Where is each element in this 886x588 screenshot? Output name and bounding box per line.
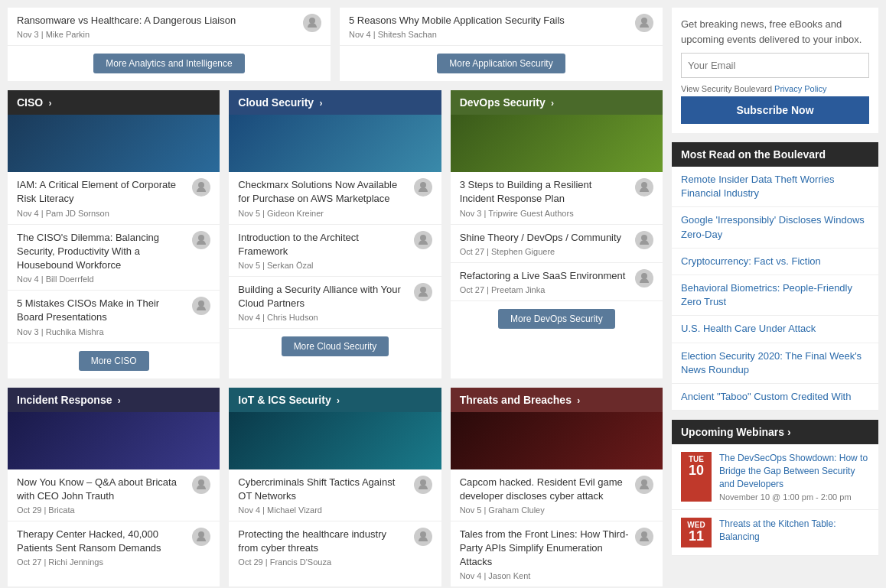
incident-article-title-1[interactable]: Now You Know – Q&A about Bricata with CE… <box>17 476 192 503</box>
webinar-details-1: The DevSecOps Showdown: How to Bridge th… <box>719 452 869 502</box>
more-appsec-button[interactable]: More Application Security <box>437 54 565 73</box>
subscribe-description: Get breaking news, free eBooks and upcom… <box>681 17 869 47</box>
cloud-article-title-1[interactable]: Checkmarx Solutions Now Available for Pu… <box>238 178 413 206</box>
ciso-article-meta-1: Nov 4 | Pam JD Sornson <box>17 209 192 218</box>
ciso-image <box>8 115 220 172</box>
cloud-header[interactable]: Cloud Security › <box>229 90 441 115</box>
incident-section: Incident Response › Now You Know – Q&A a… <box>8 388 220 587</box>
webinar-item-2: WED 11 Threats at the Kitchen Table: Bal… <box>672 510 878 556</box>
cloud-article-meta-3: Nov 4 | Chris Hudson <box>238 313 413 322</box>
most-read-item-7[interactable]: Ancient "Taboo" Custom Credited With <box>672 384 878 411</box>
webinars-header: Upcoming Webinars › <box>672 420 878 444</box>
iot-section: IoT & ICS Security › Cybercriminals Shif… <box>229 388 441 587</box>
most-read-item-3[interactable]: Cryptocurrency: Fact vs. Fiction <box>672 249 878 275</box>
avatar <box>414 231 432 249</box>
avatar <box>414 178 432 197</box>
appsec-article-title-1: 5 Reasons Why Mobile Application Securit… <box>349 14 571 28</box>
incident-article-title-2[interactable]: Therapy Center Hacked, 40,000 Patients S… <box>17 528 192 555</box>
threats-image <box>451 412 663 469</box>
threats-article-title-1[interactable]: Capcom hacked. Resident Evil game develo… <box>460 476 635 503</box>
appsec-article-1: 5 Reasons Why Mobile Application Securit… <box>340 8 663 46</box>
cloud-article-title-3[interactable]: Building a Security Alliance with Your C… <box>238 283 413 310</box>
subscribe-box: Get breaking news, free eBooks and upcom… <box>672 8 878 133</box>
ciso-article-meta-3: Nov 3 | Ruchika Mishra <box>17 327 192 336</box>
avatar <box>635 269 653 288</box>
incident-article-1: Now You Know – Q&A about Bricata with CE… <box>8 469 220 521</box>
avatar <box>192 178 210 197</box>
svg-point-0 <box>309 18 315 24</box>
most-read-item-2[interactable]: Google 'Irresponsibly' Discloses Windows… <box>672 207 878 248</box>
iot-article-meta-2: Oct 29 | Francis D'Souza <box>238 557 413 567</box>
ciso-article-title-2[interactable]: The CISO's Dilemma: Balancing Security, … <box>17 231 192 273</box>
iot-article-2: Protecting the healthcare industry from … <box>229 521 441 573</box>
threats-section: Threats and Breaches › Capcom hacked. Re… <box>451 388 663 587</box>
svg-point-4 <box>198 300 204 307</box>
threats-header[interactable]: Threats and Breaches › <box>451 388 663 412</box>
devops-article-meta-2: Oct 27 | Stephen Giguere <box>460 247 627 256</box>
webinar-details-2: Threats at the Kitchen Table: Balancing <box>719 518 869 547</box>
avatar <box>192 528 210 546</box>
iot-image <box>229 412 441 469</box>
webinar-date-box-2: WED 11 <box>681 518 712 547</box>
svg-point-13 <box>420 479 426 486</box>
avatar <box>192 476 210 494</box>
ciso-header[interactable]: CISO › <box>8 90 220 115</box>
svg-point-14 <box>420 531 426 538</box>
webinar-item-1: TUE 10 The DevSecOps Showdown: How to Br… <box>672 444 878 510</box>
cloud-article-meta-2: Nov 5 | Serkan Özal <box>238 261 413 270</box>
privacy-policy-link[interactable]: Privacy Policy <box>774 84 826 93</box>
devops-header[interactable]: DevOps Security › <box>451 90 663 115</box>
most-read-item-6[interactable]: Election Security 2020: The Final Week's… <box>672 343 878 384</box>
devops-article-title-3[interactable]: Refactoring a Live SaaS Environment <box>460 269 632 283</box>
avatar <box>414 528 432 546</box>
iot-article-title-2[interactable]: Protecting the healthcare industry from … <box>238 528 413 555</box>
cloud-article-title-2[interactable]: Introduction to the Architect Framework <box>238 231 413 258</box>
devops-article-title-1[interactable]: 3 Steps to Building a Resilient Incident… <box>460 178 635 206</box>
most-read-item-4[interactable]: Behavioral Biometrics: People-Friendly Z… <box>672 275 878 316</box>
more-devops-container: More DevOps Security <box>451 301 663 336</box>
ciso-article-title-3[interactable]: 5 Mistakes CISOs Make in Their Board Pre… <box>17 297 192 324</box>
more-ciso-button[interactable]: More CISO <box>79 351 149 371</box>
devops-article-meta-1: Nov 3 | Tripwire Guest Authors <box>460 209 635 218</box>
webinar-title-1[interactable]: The DevSecOps Showdown: How to Bridge th… <box>719 452 869 490</box>
ciso-article-2: The CISO's Dilemma: Balancing Security, … <box>8 225 220 291</box>
devops-article-meta-3: Oct 27 | Preetam Jinka <box>460 285 632 294</box>
iot-header[interactable]: IoT & ICS Security › <box>229 388 441 412</box>
threats-article-title-2[interactable]: Tales from the Front Lines: How Third-Pa… <box>460 528 635 570</box>
analytics-article-title-1: Ransomware vs Healthcare: A Dangerous Li… <box>17 14 242 28</box>
more-cloud-container: More Cloud Security <box>229 329 441 364</box>
threats-article-meta-2: Nov 4 | Jason Kent <box>460 571 635 580</box>
devops-article-title-2[interactable]: Shine Theory / DevOps / Community <box>460 231 627 245</box>
more-devops-button[interactable]: More DevOps Security <box>498 309 615 329</box>
devops-image <box>451 115 663 172</box>
webinar-title-2[interactable]: Threats at the Kitchen Table: Balancing <box>719 518 869 544</box>
most-read-item-5[interactable]: U.S. Health Care Under Attack <box>672 316 878 343</box>
avatar <box>192 231 210 249</box>
ciso-article-3: 5 Mistakes CISOs Make in Their Board Pre… <box>8 291 220 343</box>
avatar <box>635 178 653 197</box>
svg-point-15 <box>641 479 647 486</box>
privacy-text: View Security Boulevard Privacy Policy <box>681 84 869 93</box>
ciso-article-title-1[interactable]: IAM: A Critical Element of Corporate Ris… <box>17 178 192 206</box>
analytics-article-meta-1: Nov 3 | Mike Parkin <box>17 30 242 39</box>
svg-point-7 <box>420 287 426 293</box>
more-analytics-button[interactable]: More Analytics and Intelligence <box>93 54 244 73</box>
iot-article-title-1[interactable]: Cybercriminals Shift Tactics Against OT … <box>238 476 413 503</box>
cloud-article-meta-1: Nov 5 | Gideon Kreiner <box>238 209 413 218</box>
avatar <box>635 231 653 249</box>
email-input[interactable] <box>681 53 869 78</box>
most-read-section: Most Read on the Boulevard Remote Inside… <box>672 142 878 411</box>
most-read-item-1[interactable]: Remote Insider Data Theft Worries Financ… <box>672 167 878 207</box>
iot-article-1: Cybercriminals Shift Tactics Against OT … <box>229 469 441 521</box>
analytics-article-1: Ransomware vs Healthcare: A Dangerous Li… <box>8 8 331 46</box>
cloud-article-2: Introduction to the Architect Framework … <box>229 225 441 277</box>
incident-header[interactable]: Incident Response › <box>8 388 220 412</box>
devops-article-2: Shine Theory / DevOps / Community Oct 27… <box>451 225 663 263</box>
avatar <box>303 14 321 32</box>
webinar-day-num-2: 11 <box>687 529 705 544</box>
svg-point-8 <box>641 182 647 188</box>
more-cloud-button[interactable]: More Cloud Security <box>282 336 389 356</box>
subscribe-button[interactable]: Subscribe Now <box>681 96 869 124</box>
more-analytics-container: More Analytics and Intelligence <box>8 46 331 81</box>
devops-article-1: 3 Steps to Building a Resilient Incident… <box>451 172 663 224</box>
